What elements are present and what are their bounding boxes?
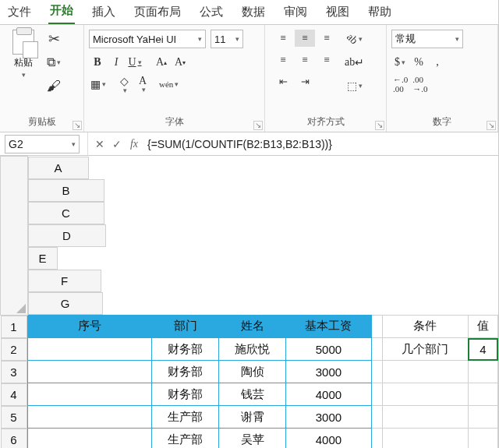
name-box[interactable]: G2▾ (5, 135, 80, 153)
number-launcher[interactable]: ↘ (487, 121, 496, 130)
spreadsheet-grid[interactable]: ABCDEFG1序号部门姓名基本工资条件值2财务部施欣悦5000几个部门43财务… (0, 156, 498, 448)
cell-E4[interactable] (371, 383, 382, 406)
tab-page-layout[interactable]: 页面布局 (133, 2, 182, 24)
fill-color-button[interactable]: ◇ (115, 75, 133, 93)
cell-F4[interactable] (383, 383, 469, 406)
copy-button[interactable]: ⧉ (45, 53, 62, 72)
italic-button[interactable]: I (108, 53, 125, 72)
cell-C2[interactable]: 施欣悦 (219, 338, 286, 361)
cell-D1[interactable]: 基本工资 (286, 315, 372, 338)
align-bottom-button[interactable]: ≡ (317, 30, 337, 47)
col-header-D[interactable]: D (28, 224, 106, 247)
alignment-launcher[interactable]: ↘ (375, 121, 384, 130)
row-header-5[interactable]: 5 (1, 406, 27, 429)
row-header-2[interactable]: 2 (1, 338, 27, 361)
underline-button[interactable]: U (126, 53, 143, 72)
currency-button[interactable]: $ (391, 53, 409, 72)
border-button[interactable]: ▦ (89, 75, 108, 93)
cell-D4[interactable]: 4000 (286, 383, 372, 406)
align-top-button[interactable]: ≡ (273, 30, 293, 47)
cell-E6[interactable] (371, 429, 382, 449)
col-header-B[interactable]: B (28, 179, 104, 202)
cell-D3[interactable]: 3000 (286, 361, 372, 383)
wrap-text-button[interactable]: ab↵ (343, 53, 366, 72)
increase-font-button[interactable]: A▴ (153, 53, 170, 72)
cell-F6[interactable] (383, 429, 469, 449)
cell-D5[interactable]: 3000 (286, 406, 372, 429)
cell-G4[interactable] (468, 383, 497, 406)
increase-indent-button[interactable]: ⇥ (295, 73, 315, 90)
align-middle-button[interactable]: ≡ (295, 30, 315, 47)
cell-G1[interactable]: 值 (468, 315, 497, 338)
row-header-1[interactable]: 1 (1, 316, 27, 338)
percent-button[interactable]: % (410, 53, 427, 72)
tab-file[interactable]: 文件 (6, 2, 33, 24)
tab-home[interactable]: 开始 (48, 0, 75, 24)
align-left-button[interactable]: ≡ (273, 51, 293, 69)
cell-E1[interactable] (371, 315, 382, 338)
cell-B5[interactable]: 生产部 (152, 406, 219, 429)
cell-G2[interactable]: 4 (468, 338, 497, 361)
col-header-F[interactable]: F (28, 270, 101, 292)
cell-G3[interactable] (468, 361, 497, 383)
cell-F2[interactable]: 几个部门 (383, 338, 469, 361)
decrease-font-button[interactable]: A▾ (172, 53, 189, 72)
cell-B4[interactable]: 财务部 (152, 383, 219, 406)
align-center-button[interactable]: ≡ (295, 51, 315, 69)
cell-A4[interactable] (27, 383, 152, 406)
cell-D2[interactable]: 5000 (286, 338, 372, 361)
tab-formulas[interactable]: 公式 (198, 2, 225, 24)
cell-A6[interactable] (27, 429, 152, 449)
col-header-E[interactable]: E (28, 247, 58, 270)
tab-review[interactable]: 审阅 (282, 2, 309, 24)
increase-decimal-button[interactable]: ←.0.00 (391, 75, 409, 93)
cancel-formula-button[interactable]: ✕ (91, 138, 108, 150)
fx-button[interactable]: fx (126, 138, 143, 150)
cell-C3[interactable]: 陶侦 (219, 361, 286, 383)
orientation-button[interactable]: ab (343, 30, 366, 48)
phonetic-button[interactable]: wén (157, 75, 180, 93)
clipboard-launcher[interactable]: ↘ (73, 121, 82, 130)
cell-C5[interactable]: 谢霄 (219, 406, 286, 429)
tab-data[interactable]: 数据 (240, 2, 267, 24)
tab-view[interactable]: 视图 (324, 2, 351, 24)
cut-button[interactable]: ✂ (45, 30, 62, 48)
col-header-G[interactable]: G (28, 292, 103, 315)
cell-E2[interactable] (371, 338, 382, 361)
cell-B1[interactable]: 部门 (152, 315, 219, 338)
cell-D6[interactable]: 4000 (286, 429, 372, 449)
decrease-decimal-button[interactable]: .00→.0 (411, 75, 429, 93)
format-painter-button[interactable]: 🖌 (45, 76, 62, 95)
font-name-select[interactable]: Microsoft YaHei UI▾ (89, 30, 206, 48)
row-header-6[interactable]: 6 (1, 429, 27, 449)
paste-button[interactable]: 粘贴 ▾ (8, 30, 39, 79)
confirm-formula-button[interactable]: ✓ (108, 138, 126, 150)
cell-E3[interactable] (371, 361, 382, 383)
cell-B6[interactable]: 生产部 (152, 429, 219, 449)
cell-C6[interactable]: 吴苹 (219, 429, 286, 449)
cell-A5[interactable] (27, 406, 152, 429)
cell-A1[interactable]: 序号 (27, 315, 152, 338)
font-size-select[interactable]: 11▾ (211, 30, 243, 48)
formula-input[interactable]: {=SUM(1/COUNTIF(B2:B13,B2:B13))} (143, 138, 498, 150)
tab-insert[interactable]: 插入 (90, 2, 117, 24)
align-right-button[interactable]: ≡ (317, 51, 337, 69)
cell-B2[interactable]: 财务部 (152, 338, 219, 361)
comma-button[interactable]: , (429, 53, 446, 72)
cell-A2[interactable] (27, 338, 152, 361)
cell-E5[interactable] (371, 406, 382, 429)
merge-button[interactable]: ⬚ (343, 76, 366, 95)
number-format-select[interactable]: 常规▾ (391, 30, 463, 48)
bold-button[interactable]: B (89, 53, 106, 72)
col-header-C[interactable]: C (28, 202, 104, 224)
cell-C4[interactable]: 钱芸 (219, 383, 286, 406)
tab-help[interactable]: 帮助 (366, 2, 393, 24)
cell-F5[interactable] (383, 406, 469, 429)
cell-G5[interactable] (468, 406, 497, 429)
row-header-4[interactable]: 4 (1, 383, 27, 406)
cell-F1[interactable]: 条件 (383, 315, 469, 338)
font-color-button[interactable]: A (134, 75, 151, 93)
cell-C1[interactable]: 姓名 (219, 315, 286, 338)
cell-F3[interactable] (383, 361, 469, 383)
font-launcher[interactable]: ↘ (253, 121, 263, 130)
